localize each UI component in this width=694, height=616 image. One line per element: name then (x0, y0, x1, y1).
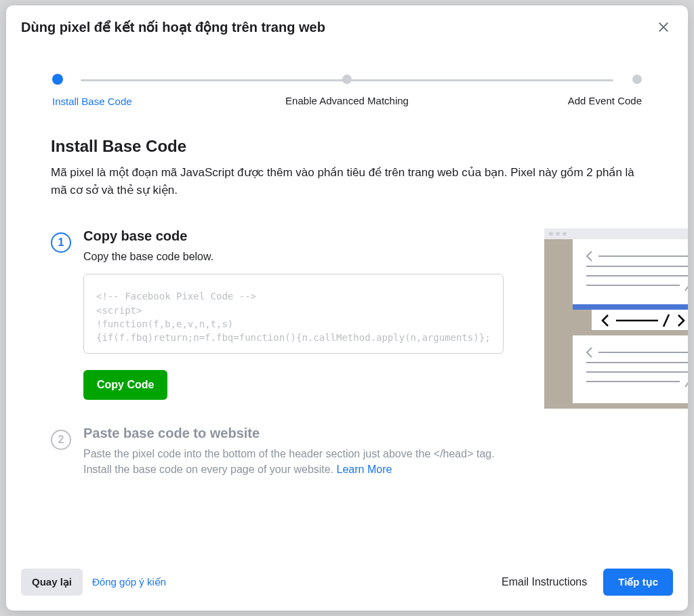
step-2-text: Paste the pixel code into the bottom of … (83, 447, 504, 477)
email-instructions-link[interactable]: Email Instructions (502, 576, 587, 588)
progress-stepper: Install Base Code Enable Advanced Matchi… (81, 75, 613, 107)
step-2-text-body: Paste the pixel code into the bottom of … (83, 448, 495, 474)
step-dot-icon (632, 75, 642, 84)
modal-footer: Quay lại Đóng góp ý kiến Email Instructi… (6, 556, 688, 611)
close-button[interactable] (654, 18, 673, 37)
modal-header: Dùng pixel để kết nối hoạt động trên tra… (6, 5, 688, 43)
svg-point-2 (549, 232, 553, 236)
instruction-step-1: 1 Copy base code Copy the base code belo… (51, 228, 504, 400)
step-dot-icon (52, 74, 63, 85)
step-2-heading: Paste base code to website (83, 426, 504, 441)
copy-code-button[interactable]: Copy Code (83, 370, 167, 400)
section-description: Mã pixel là một đoạn mã JavaScript được … (51, 164, 643, 199)
continue-button[interactable]: Tiếp tục (603, 569, 673, 596)
instruction-step-2: 2 Paste base code to website Paste the p… (51, 426, 504, 487)
back-button[interactable]: Quay lại (21, 569, 83, 596)
illustration-column (544, 228, 688, 512)
svg-rect-15 (573, 335, 688, 403)
pixel-code-box[interactable]: <!-- Facebook Pixel Code --> <script> !f… (83, 274, 504, 354)
close-icon (657, 20, 670, 34)
step-1-text: Copy the base code below. (83, 249, 504, 264)
step-add-event-code[interactable]: Add Event Code (520, 75, 642, 107)
svg-rect-5 (573, 239, 688, 304)
step-install-base-code[interactable]: Install Base Code (52, 75, 174, 107)
step-1-heading: Copy base code (83, 228, 504, 244)
step-label: Install Base Code (52, 96, 132, 107)
step-dot-icon (342, 75, 352, 84)
step-number-badge: 1 (51, 232, 71, 253)
learn-more-link[interactable]: Learn More (337, 464, 392, 475)
step-enable-advanced-matching[interactable]: Enable Advanced Matching (286, 75, 408, 107)
feedback-link[interactable]: Đóng góp ý kiến (92, 576, 166, 588)
step-label: Add Event Code (568, 95, 642, 106)
pixel-setup-modal: Dùng pixel để kết nối hoạt động trên tra… (6, 5, 688, 611)
svg-point-3 (556, 232, 560, 236)
section-heading: Install Base Code (51, 137, 643, 156)
step-label: Enable Advanced Matching (285, 95, 409, 106)
modal-content: Install Base Code Mã pixel là một đoạn m… (6, 107, 688, 556)
code-placement-illustration-icon (544, 228, 688, 409)
modal-title: Dùng pixel để kết nối hoạt động trên tra… (21, 19, 325, 35)
svg-rect-6 (573, 304, 688, 310)
svg-point-4 (563, 232, 567, 236)
step-number-badge: 2 (51, 430, 71, 450)
